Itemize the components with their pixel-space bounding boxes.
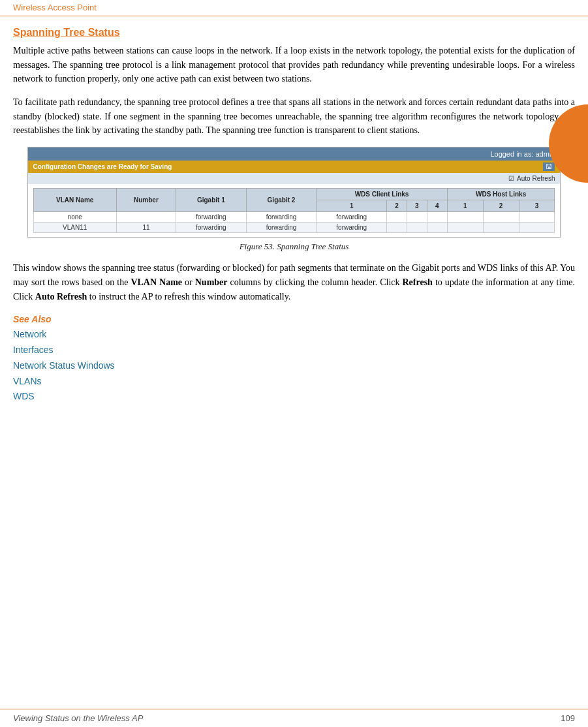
cell-c2 bbox=[387, 212, 407, 223]
col-host-1[interactable]: 1 bbox=[447, 200, 483, 212]
cell-h3 bbox=[519, 212, 555, 223]
screenshot: Logged in as: admin Configuration Change… bbox=[27, 147, 561, 238]
col-client-1[interactable]: 1 bbox=[317, 200, 387, 212]
cell-g2: forwarding bbox=[246, 212, 317, 223]
col-number[interactable]: Number bbox=[116, 189, 176, 212]
cell-number bbox=[116, 212, 176, 223]
cell-c1: forwarding bbox=[317, 212, 387, 223]
see-also-link-vlans[interactable]: VLANs bbox=[13, 374, 575, 390]
footer-right: 109 bbox=[561, 713, 575, 723]
autorefresh-label: Auto Refresh bbox=[517, 175, 555, 182]
cell-vlan-name: none bbox=[33, 212, 116, 223]
cell-h2 bbox=[483, 212, 519, 223]
see-also-link-interfaces[interactable]: Interfaces bbox=[13, 343, 575, 358]
col-gigabit2[interactable]: Gigabit 2 bbox=[246, 189, 317, 212]
see-also-title: See Also bbox=[13, 314, 575, 324]
para3-bold4: Auto Refresh bbox=[35, 292, 87, 302]
cell-vlan-name: VLAN11 bbox=[33, 223, 116, 233]
footer-left: Viewing Status on the Wireless AP bbox=[13, 713, 143, 723]
cell-c4 bbox=[427, 223, 447, 233]
figure-caption: Figure 53. Spanning Tree Status bbox=[27, 241, 561, 252]
cell-h2 bbox=[483, 223, 519, 233]
see-also-section: See Also Network Interfaces Network Stat… bbox=[13, 314, 575, 405]
savebar-message: Configuration Changes are Ready for Savi… bbox=[33, 163, 172, 170]
table-row: VLAN11 11 forwarding forwarding forwardi… bbox=[33, 223, 555, 233]
see-also-link-wds[interactable]: WDS bbox=[13, 389, 575, 405]
col-client-3[interactable]: 3 bbox=[407, 200, 427, 212]
save-button[interactable]: 🖫 bbox=[543, 162, 555, 171]
cell-c3 bbox=[407, 212, 427, 223]
cell-g2: forwarding bbox=[246, 223, 317, 233]
see-also-link-network-status[interactable]: Network Status Windows bbox=[13, 358, 575, 374]
paragraph-2: To facilitate path redundancy, the spann… bbox=[13, 95, 575, 138]
ss-topbar: Logged in as: admin bbox=[28, 147, 561, 161]
cell-h3 bbox=[519, 223, 555, 233]
col-host-2[interactable]: 2 bbox=[483, 200, 519, 212]
para3-text4: to instruct the AP to refresh this windo… bbox=[87, 292, 290, 302]
table-row: none forwarding forwarding forwarding bbox=[33, 212, 555, 223]
checkbox-icon: ☑ bbox=[508, 175, 514, 182]
cell-g1: forwarding bbox=[176, 212, 246, 223]
header-title: Wireless Access Point bbox=[13, 3, 97, 12]
cell-h1 bbox=[447, 212, 483, 223]
cell-c2 bbox=[387, 223, 407, 233]
cell-c1: forwarding bbox=[317, 223, 387, 233]
cell-c3 bbox=[407, 223, 427, 233]
col-host-3[interactable]: 3 bbox=[519, 200, 555, 212]
cell-g1: forwarding bbox=[176, 223, 246, 233]
para3-bold1: VLAN Name bbox=[131, 277, 182, 287]
ss-autorefresh-bar: ☑ Auto Refresh bbox=[28, 173, 561, 184]
page-header: Wireless Access Point bbox=[0, 0, 588, 16]
col-client-4[interactable]: 4 bbox=[427, 200, 447, 212]
page-container: Wireless Access Point Spanning Tree Stat… bbox=[0, 0, 588, 727]
ss-savebar: Configuration Changes are Ready for Savi… bbox=[28, 161, 561, 173]
para3-bold3: Refresh bbox=[403, 277, 433, 287]
cell-h1 bbox=[447, 223, 483, 233]
para3-or: or bbox=[182, 277, 195, 287]
see-also-link-network[interactable]: Network bbox=[13, 327, 575, 343]
section-title[interactable]: Spanning Tree Status bbox=[13, 27, 575, 39]
cell-number: 11 bbox=[116, 223, 176, 233]
col-gigabit1[interactable]: Gigabit 1 bbox=[176, 189, 246, 212]
page-footer: Viewing Status on the Wireless AP 109 bbox=[0, 709, 588, 727]
spanning-tree-table: VLAN Name Number Gigabit 1 Gigabit 2 WDS… bbox=[33, 188, 555, 233]
para3-bold2: Number bbox=[195, 277, 228, 287]
main-content: Spanning Tree Status Multiple active pat… bbox=[0, 16, 588, 709]
col-client-2[interactable]: 2 bbox=[387, 200, 407, 212]
para3-text2: columns by clicking the column header. C… bbox=[228, 277, 403, 287]
figure-container: Logged in as: admin Configuration Change… bbox=[27, 147, 561, 252]
paragraph-1: Multiple active paths between stations c… bbox=[13, 44, 575, 86]
cell-c4 bbox=[427, 212, 447, 223]
col-wds-client-links: WDS Client Links bbox=[317, 189, 447, 200]
col-wds-host-links: WDS Host Links bbox=[447, 189, 555, 200]
paragraph-3: This window shows the spanning tree stat… bbox=[13, 261, 575, 303]
logged-in-text: Logged in as: admin bbox=[490, 150, 555, 158]
col-vlan-name[interactable]: VLAN Name bbox=[33, 189, 116, 212]
ss-table-container: VLAN Name Number Gigabit 1 Gigabit 2 WDS… bbox=[28, 184, 561, 237]
